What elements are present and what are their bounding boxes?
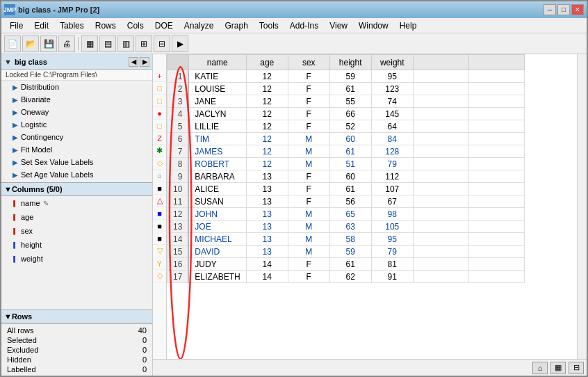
- cell-sex[interactable]: F: [288, 258, 329, 271]
- cell-sex[interactable]: F: [288, 95, 329, 108]
- new-button[interactable]: 📄: [4, 35, 21, 52]
- cell-sex[interactable]: M: [288, 233, 329, 246]
- cell-height[interactable]: 61: [329, 183, 371, 195]
- open-button[interactable]: 📂: [22, 35, 39, 52]
- column-height[interactable]: ▐ height: [1, 238, 152, 252]
- cell-age[interactable]: 12: [246, 95, 288, 108]
- column-age[interactable]: ▐ age: [1, 210, 152, 224]
- menu-item-file[interactable]: File: [4, 19, 28, 32]
- cell-age[interactable]: 13: [246, 246, 288, 258]
- cell-name[interactable]: JOHN: [188, 208, 246, 220]
- cell-weight[interactable]: 107: [371, 183, 413, 195]
- sidebar-item-bivariate[interactable]: ▶ Bivariate: [1, 93, 152, 106]
- footer-home-button[interactable]: ⌂: [532, 362, 548, 374]
- cell-age[interactable]: 12: [246, 120, 288, 133]
- cell-weight[interactable]: 95: [371, 233, 413, 246]
- sidebar-item-set-age-labels[interactable]: ▶ Set Age Value Labels: [1, 168, 152, 181]
- table-row[interactable]: 17 ELIZABETH 14 F 62 91: [168, 271, 525, 283]
- table-row[interactable]: 7 JAMES 12 M 61 128: [168, 145, 525, 158]
- cell-weight[interactable]: 98: [371, 208, 413, 220]
- table-row[interactable]: 4 JACLYN 12 F 66 145: [168, 108, 525, 120]
- cell-sex[interactable]: M: [288, 220, 329, 233]
- cell-height[interactable]: 56: [329, 195, 371, 208]
- tool5[interactable]: ⊟: [154, 35, 170, 52]
- cell-sex[interactable]: M: [288, 158, 329, 170]
- cell-name[interactable]: SUSAN: [188, 195, 246, 208]
- table-row[interactable]: 5 LILLIE 12 F 52 64: [168, 120, 525, 133]
- footer-expand-button[interactable]: ⊟: [569, 362, 584, 374]
- table-row[interactable]: 15 DAVID 13 M 59 79: [168, 246, 525, 258]
- cell-age[interactable]: 13: [246, 195, 288, 208]
- cell-name[interactable]: JANE: [188, 95, 246, 108]
- cell-height[interactable]: 61: [329, 258, 371, 271]
- table-row[interactable]: 8 ROBERT 12 M 51 79: [168, 158, 525, 170]
- table-row[interactable]: 3 JANE 12 F 55 74: [168, 95, 525, 108]
- sidebar-item-set-sex-labels[interactable]: ▶ Set Sex Value Labels: [1, 156, 152, 168]
- col-header-sex[interactable]: sex: [288, 55, 329, 70]
- tool2[interactable]: ▤: [99, 35, 116, 52]
- sidebar-item-contingency[interactable]: ▶ Contingency: [1, 131, 152, 143]
- sidebar-item-logistic[interactable]: ▶ Logistic: [1, 118, 152, 131]
- menu-item-tables[interactable]: Tables: [54, 19, 90, 32]
- cell-height[interactable]: 55: [329, 95, 371, 108]
- panel-collapse-arrow[interactable]: ▼: [4, 58, 12, 66]
- cell-age[interactable]: 12: [246, 133, 288, 145]
- rows-collapse-arrow[interactable]: ▼: [4, 312, 12, 321]
- cell-sex[interactable]: M: [288, 208, 329, 220]
- cell-sex[interactable]: F: [288, 170, 329, 183]
- cell-height[interactable]: 59: [329, 70, 371, 83]
- cell-weight[interactable]: 79: [371, 246, 413, 258]
- menu-item-add-ins[interactable]: Add-Ins: [284, 19, 324, 32]
- table-row[interactable]: 6 TIM 12 M 60 84: [168, 133, 525, 145]
- column-sex[interactable]: ▐ sex: [1, 224, 152, 238]
- save-button[interactable]: 💾: [40, 35, 57, 52]
- cell-age[interactable]: 12: [246, 145, 288, 158]
- menu-item-rows[interactable]: Rows: [90, 19, 122, 32]
- table-row[interactable]: 2 LOUISE 12 F 61 123: [168, 83, 525, 95]
- table-row[interactable]: 11 SUSAN 13 F 56 67: [168, 195, 525, 208]
- cell-height[interactable]: 61: [329, 145, 371, 158]
- cell-weight[interactable]: 105: [371, 220, 413, 233]
- cell-sex[interactable]: F: [288, 271, 329, 283]
- cell-name[interactable]: JUDY: [188, 258, 246, 271]
- menu-item-view[interactable]: View: [324, 19, 353, 32]
- cell-height[interactable]: 61: [329, 83, 371, 95]
- col-header-age[interactable]: age: [246, 55, 288, 70]
- cell-weight[interactable]: 112: [371, 170, 413, 183]
- cell-name[interactable]: ROBERT: [188, 158, 246, 170]
- cell-name[interactable]: TIM: [188, 133, 246, 145]
- cell-weight[interactable]: 64: [371, 120, 413, 133]
- cell-age[interactable]: 13: [246, 220, 288, 233]
- cell-name[interactable]: DAVID: [188, 246, 246, 258]
- minimize-button[interactable]: ─: [544, 4, 556, 15]
- cell-age[interactable]: 14: [246, 258, 288, 271]
- cell-weight[interactable]: 145: [371, 108, 413, 120]
- cell-sex[interactable]: F: [288, 195, 329, 208]
- cell-weight[interactable]: 123: [371, 83, 413, 95]
- footer-grid-button[interactable]: ▦: [550, 362, 566, 374]
- cell-weight[interactable]: 67: [371, 195, 413, 208]
- cell-age[interactable]: 13: [246, 208, 288, 220]
- cell-sex[interactable]: M: [288, 145, 329, 158]
- columns-collapse-arrow[interactable]: ▼: [4, 185, 12, 193]
- menu-item-graph[interactable]: Graph: [219, 19, 253, 32]
- cell-weight[interactable]: 91: [371, 271, 413, 283]
- table-row[interactable]: 16 JUDY 14 F 61 81: [168, 258, 525, 271]
- table-row[interactable]: 1 KATIE 12 F 59 95: [168, 70, 525, 83]
- cell-name[interactable]: ALICE: [188, 183, 246, 195]
- menu-item-edit[interactable]: Edit: [28, 19, 54, 32]
- cell-weight[interactable]: 81: [371, 258, 413, 271]
- panel-scroll-down[interactable]: ▶: [140, 57, 149, 67]
- cell-sex[interactable]: F: [288, 83, 329, 95]
- menu-item-cols[interactable]: Cols: [122, 19, 149, 32]
- cell-height[interactable]: 60: [329, 170, 371, 183]
- cell-name[interactable]: JACLYN: [188, 108, 246, 120]
- print-button[interactable]: 🖨: [58, 35, 75, 52]
- cell-age[interactable]: 13: [246, 170, 288, 183]
- cell-weight[interactable]: 128: [371, 145, 413, 158]
- cell-sex[interactable]: M: [288, 246, 329, 258]
- table-row[interactable]: 9 BARBARA 13 F 60 112: [168, 170, 525, 183]
- cell-age[interactable]: 12: [246, 158, 288, 170]
- cell-height[interactable]: 59: [329, 246, 371, 258]
- data-table-wrapper[interactable]: name age sex height weight 1 KATIE 1: [167, 54, 577, 359]
